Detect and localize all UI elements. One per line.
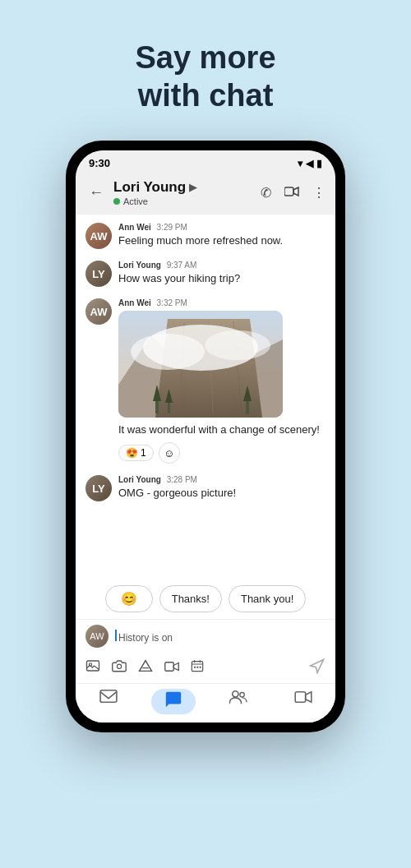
contact-name: Lori Young: [113, 179, 186, 196]
tagline: Say more with chat: [135, 39, 275, 114]
image-attach-icon[interactable]: [85, 658, 100, 677]
svg-rect-31: [196, 667, 198, 668]
svg-marker-25: [173, 663, 178, 670]
avatar: LY: [85, 261, 112, 287]
svg-rect-0: [284, 187, 293, 196]
chat-body: AW Ann Wei 3:29 PM Feeling much more ref…: [76, 215, 335, 579]
header-info: Lori Young ▶ Active: [113, 179, 254, 206]
mail-nav-icon: [99, 689, 118, 708]
add-reaction-icon: ☺: [164, 447, 174, 459]
message-time: 9:37 AM: [167, 261, 197, 270]
phone-call-icon[interactable]: ✆: [261, 185, 271, 201]
nav-item-video[interactable]: [270, 689, 335, 714]
message-meta: Lori Young 9:37 AM: [118, 261, 326, 270]
avatar: AW: [85, 223, 112, 249]
message-time: 3:29 PM: [157, 223, 187, 232]
back-button[interactable]: ←: [85, 181, 107, 205]
svg-marker-20: [140, 661, 152, 672]
contact-name-row: Lori Young ▶: [113, 179, 254, 196]
message-time: 3:28 PM: [167, 475, 197, 484]
message-content: Lori Young 3:28 PM OMG - gorgeous pictur…: [118, 475, 326, 501]
svg-line-23: [145, 661, 152, 672]
video-call-icon[interactable]: [284, 186, 299, 201]
active-label: Active: [123, 196, 148, 206]
video-nav-icon: [294, 689, 312, 708]
svg-rect-24: [165, 662, 174, 671]
message-row: LY Lori Young 9:37 AM How was your hikin…: [85, 261, 326, 287]
cursor-icon: [115, 630, 117, 641]
phone-screen: 9:30 ▾ ◀ ▮ ← Lori Young ▶ Active ✆: [76, 150, 335, 723]
message-text: OMG - gorgeous picture!: [118, 486, 326, 501]
svg-point-10: [205, 330, 270, 360]
thanks-reply-button[interactable]: Thanks!: [159, 585, 222, 612]
reaction-pill[interactable]: 😍 1: [118, 445, 154, 461]
svg-point-35: [239, 693, 243, 697]
chat-header: ← Lori Young ▶ Active ✆ ⋮: [76, 173, 335, 215]
add-reaction-button[interactable]: ☺: [159, 442, 180, 464]
toolbar-icons: [85, 658, 204, 677]
message-text: Feeling much more refreshed now.: [118, 233, 326, 248]
svg-rect-33: [100, 690, 117, 702]
contact-status: Active: [113, 196, 254, 206]
active-dot-icon: [113, 198, 120, 205]
send-button[interactable]: [309, 658, 326, 678]
avatar: LY: [85, 475, 112, 501]
phone-mockup: 9:30 ▾ ◀ ▮ ← Lori Young ▶ Active ✆: [66, 141, 345, 732]
reaction-emoji: 😍: [126, 447, 138, 459]
message-content: Ann Wei 3:29 PM Feeling much more refres…: [118, 223, 326, 248]
signal-icon: ◀: [306, 158, 313, 169]
message-row: LY Lori Young 3:28 PM OMG - gorgeous pic…: [85, 475, 326, 501]
history-label: History is on: [115, 630, 173, 644]
nav-item-contacts[interactable]: [206, 689, 270, 714]
bottom-nav: [76, 683, 335, 723]
svg-marker-37: [305, 692, 311, 702]
message-meta: Ann Wei 3:29 PM: [118, 223, 326, 232]
tagline-line2: with chat: [138, 78, 274, 113]
reaction-count: 1: [141, 447, 146, 459]
contacts-nav-icon: [229, 689, 247, 709]
svg-rect-36: [295, 692, 305, 702]
message-content: Lori Young 9:37 AM How was your hiking t…: [118, 261, 326, 286]
status-time: 9:30: [89, 157, 110, 169]
message-image: [118, 311, 283, 418]
message-sender: Lori Young: [118, 261, 161, 270]
nav-item-mail[interactable]: [76, 689, 141, 714]
svg-line-22: [140, 661, 146, 672]
svg-point-34: [232, 691, 238, 697]
svg-marker-1: [293, 187, 298, 196]
svg-point-19: [117, 664, 121, 668]
message-text: How was your hiking trip?: [118, 271, 326, 286]
message-time: 3:32 PM: [157, 298, 187, 307]
more-options-icon[interactable]: ⋮: [312, 185, 326, 201]
svg-rect-30: [194, 667, 196, 668]
message-content: Ann Wei 3:32 PM: [118, 298, 326, 464]
header-actions: ✆ ⋮: [261, 185, 326, 201]
message-text: It was wonderful with a change of scener…: [118, 422, 326, 437]
emoji-reply-label: 😊: [121, 592, 137, 606]
wifi-icon: ▾: [298, 158, 302, 169]
nav-active-indicator: [151, 689, 196, 714]
chat-nav-icon: [164, 694, 182, 712]
video-icon[interactable]: [164, 660, 179, 676]
tagline-line1: Say more: [135, 40, 275, 75]
calendar-icon[interactable]: [191, 659, 204, 676]
camera-icon[interactable]: [112, 659, 127, 676]
history-bar: AW History is on: [76, 619, 335, 653]
history-avatar: AW: [85, 625, 109, 648]
svg-point-9: [131, 334, 205, 370]
contact-chevron-icon[interactable]: ▶: [189, 182, 196, 193]
message-meta: Ann Wei 3:32 PM: [118, 298, 326, 307]
reactions-row: 😍 1 ☺: [118, 442, 326, 464]
emoji-reply-button[interactable]: 😊: [105, 585, 153, 612]
drive-icon[interactable]: [138, 659, 153, 676]
message-sender: Lori Young: [118, 475, 161, 484]
status-bar: 9:30 ▾ ◀ ▮: [76, 150, 335, 173]
status-icons: ▾ ◀ ▮: [298, 158, 322, 169]
nav-item-chat[interactable]: [141, 689, 206, 714]
message-meta: Lori Young 3:28 PM: [118, 475, 326, 484]
thank-you-reply-button[interactable]: Thank you!: [229, 585, 306, 612]
message-sender: Ann Wei: [118, 298, 151, 307]
avatar: AW: [85, 298, 112, 325]
input-toolbar: [76, 653, 335, 683]
quick-replies: 😊 Thanks! Thank you!: [76, 579, 335, 619]
